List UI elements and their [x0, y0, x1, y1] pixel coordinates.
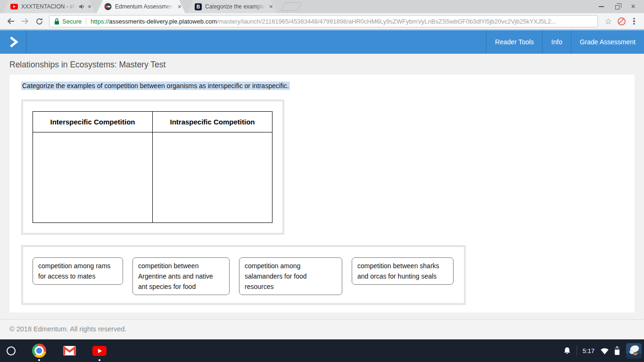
- question-card: Categorize the examples of competition b…: [9, 74, 635, 313]
- user-avatar[interactable]: [626, 343, 642, 359]
- draggable-tile-ants[interactable]: competition between Argentine ants and n…: [132, 257, 230, 295]
- categorization-table: Interspecific Competition Intraspecific …: [33, 111, 272, 223]
- grade-assessment-button[interactable]: Grade Assessment: [571, 30, 644, 54]
- browser-toolbar: Secure https://assessments-delivery.ple.…: [0, 13, 644, 30]
- tab-close-icon[interactable]: ×: [269, 3, 273, 10]
- tile-bank-container: competition among rams for access to mat…: [21, 245, 466, 305]
- tray-divider: [577, 346, 577, 356]
- running-indicator-dot: [99, 359, 100, 361]
- tab-strip: XXXTENTACION - #Im × Edmentum Assessment…: [0, 0, 644, 13]
- close-window-button[interactable]: ×: [625, 0, 641, 13]
- drop-cell-intraspecific[interactable]: [153, 132, 272, 223]
- answer-table-container: Interspecific Competition Intraspecific …: [21, 99, 284, 235]
- tab-close-icon[interactable]: ×: [88, 3, 91, 10]
- back-button[interactable]: [4, 14, 18, 28]
- bookmark-star-icon[interactable]: ☆: [602, 16, 615, 26]
- tab-brainly[interactable]: B Categorize the examples ×: [187, 0, 277, 13]
- tile-bank: competition among rams for access to mat…: [33, 257, 454, 295]
- gmail-icon: [63, 346, 76, 355]
- tab-title: Edmentum Assessments: [115, 3, 175, 10]
- url-path: /mastery/launch/21161965/45383448/479918…: [217, 18, 556, 25]
- draggable-tile-salamanders[interactable]: competition among salamanders for food r…: [239, 257, 342, 295]
- system-tray[interactable]: 5:17: [562, 343, 644, 359]
- shelf-gmail-button[interactable]: [54, 339, 84, 362]
- question-text: Categorize the examples of competition b…: [21, 82, 290, 90]
- lock-icon: [54, 18, 59, 25]
- youtube-favicon-icon: [10, 4, 18, 9]
- url-domain: assessments-delivery.ple.platoweb.com: [109, 18, 217, 25]
- launcher-icon[interactable]: [7, 346, 16, 355]
- tab-close-icon[interactable]: ×: [178, 3, 182, 10]
- shelf-chrome-button[interactable]: [24, 339, 54, 362]
- address-bar[interactable]: Secure https://assessments-delivery.ple.…: [49, 15, 598, 27]
- chromeos-shelf: 5:17: [0, 339, 644, 362]
- web-page: Reader Tools Info Grade Assessment Relat…: [0, 30, 644, 339]
- tab-title: Categorize the examples: [205, 3, 266, 10]
- running-indicator-dot: [38, 359, 40, 361]
- draggable-tile-sharks[interactable]: competition between sharks and orcas for…: [352, 257, 454, 285]
- drop-cell-interspecific[interactable]: [33, 132, 153, 223]
- minimize-icon: [599, 6, 604, 7]
- notification-bell-icon: [562, 346, 572, 355]
- chrome-icon: [32, 344, 46, 358]
- reader-tools-button[interactable]: Reader Tools: [486, 30, 542, 54]
- extension-icon[interactable]: [615, 17, 628, 25]
- wifi-icon: [600, 347, 609, 355]
- copyright-text: © 2018 Edmentum. All rights reserved.: [9, 325, 644, 333]
- page-title: Relationships in Ecosystems: Mastery Tes…: [9, 60, 644, 70]
- chevron-right-icon: [8, 35, 18, 49]
- page-footer: © 2018 Edmentum. All rights reserved.: [0, 319, 644, 339]
- minimize-button[interactable]: [593, 0, 609, 13]
- restore-icon: [615, 5, 619, 9]
- screen: XXXTENTACION - #Im × Edmentum Assessment…: [0, 0, 644, 362]
- clock: 5:17: [583, 347, 594, 354]
- column-header-interspecific: Interspecific Competition: [33, 112, 153, 132]
- tab-edmentum[interactable]: Edmentum Assessments ×: [97, 0, 185, 13]
- draggable-tile-rams[interactable]: competition among rams for access to mat…: [33, 257, 123, 285]
- url-text: https://assessments-delivery.ple.platowe…: [91, 18, 593, 25]
- sidebar-toggle-button[interactable]: [0, 30, 26, 54]
- blocked-circle-icon: [618, 17, 626, 25]
- chrome-menu-icon[interactable]: [628, 18, 640, 25]
- tab-youtube[interactable]: XXXTENTACION - #Im ×: [3, 0, 95, 13]
- omnibox-divider: [86, 18, 86, 25]
- column-header-intraspecific: Intraspecific Competition: [153, 112, 272, 132]
- tab-title: XXXTENTACION - #Im: [21, 3, 77, 10]
- security-label: Secure: [62, 18, 82, 25]
- speaker-icon[interactable]: [79, 4, 85, 9]
- reload-button[interactable]: [32, 14, 46, 28]
- edmentum-favicon-icon: [104, 3, 112, 10]
- svg-text:B: B: [197, 4, 200, 9]
- battery-icon: [615, 347, 619, 355]
- forward-button[interactable]: [18, 14, 32, 28]
- youtube-icon: [92, 346, 107, 356]
- new-tab-button[interactable]: [281, 2, 302, 11]
- assessment-header: Reader Tools Info Grade Assessment: [0, 30, 644, 54]
- info-button[interactable]: Info: [542, 30, 570, 54]
- restore-button[interactable]: [609, 0, 625, 13]
- brainly-favicon-icon: B: [195, 3, 202, 10]
- shelf-youtube-button[interactable]: [84, 339, 115, 362]
- url-scheme: https://: [91, 18, 109, 25]
- window-controls: ×: [593, 0, 641, 13]
